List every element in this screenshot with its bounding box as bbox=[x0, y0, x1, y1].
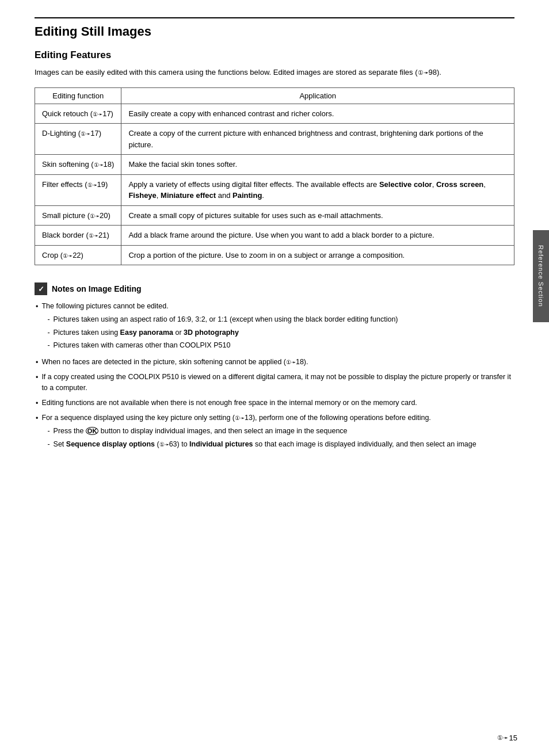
editing-table: Editing function Application Quick retou… bbox=[35, 87, 514, 266]
sub-item-text: Pictures taken with cameras other than C… bbox=[54, 340, 231, 351]
notes-title: Notes on Image Editing bbox=[52, 284, 142, 293]
notes-icon: ✓ bbox=[35, 282, 47, 295]
bullet: • bbox=[36, 357, 38, 368]
application-cell: Crop a portion of the picture. Use to zo… bbox=[121, 245, 514, 265]
list-item: • If a copy created using the COOLPIX P5… bbox=[35, 372, 514, 394]
sub-item-text: Press the OK button to display individua… bbox=[54, 426, 348, 437]
list-item: - Pictures taken with cameras other than… bbox=[47, 340, 398, 351]
note-content: For a sequence displayed using the key p… bbox=[41, 413, 476, 452]
list-item: - Pictures taken using an aspect ratio o… bbox=[47, 314, 398, 325]
application-cell: Create a small copy of pictures suitable… bbox=[121, 205, 514, 226]
bullet: • bbox=[36, 301, 38, 353]
function-cell: Skin softening (①➛18) bbox=[35, 155, 121, 175]
intro-ref: ①➛ bbox=[418, 69, 429, 76]
page-number: ①➛15 bbox=[497, 734, 517, 742]
notes-section: ✓ Notes on Image Editing • The following… bbox=[35, 282, 514, 452]
table-row: Skin softening (①➛18) Make the facial sk… bbox=[35, 155, 514, 175]
application-cell: Apply a variety of effects using digital… bbox=[121, 174, 514, 205]
list-item: • When no faces are detected in the pict… bbox=[35, 357, 514, 368]
sub-list: - Pictures taken using an aspect ratio o… bbox=[47, 314, 398, 351]
list-item: - Press the OK button to display individ… bbox=[47, 426, 476, 437]
function-cell: Quick retouch (①➛17) bbox=[35, 104, 121, 124]
application-cell: Create a copy of the current picture wit… bbox=[121, 124, 514, 155]
application-cell: Add a black frame around the picture. Us… bbox=[121, 226, 514, 246]
function-cell: Black border (①➛21) bbox=[35, 226, 121, 246]
bullet: • bbox=[36, 413, 38, 452]
function-cell: Crop (①➛22) bbox=[35, 245, 121, 265]
table-row: Crop (①➛22) Crop a portion of the pictur… bbox=[35, 245, 514, 265]
function-cell: Filter effects (①➛19) bbox=[35, 174, 121, 205]
sub-item-text: Pictures taken using Easy panorama or 3D… bbox=[54, 327, 239, 338]
function-cell: Small picture (①➛20) bbox=[35, 205, 121, 226]
main-title: Editing Still Images bbox=[35, 17, 514, 39]
table-row: Small picture (①➛20) Create a small copy… bbox=[35, 205, 514, 226]
note-text: Editing functions are not available when… bbox=[41, 398, 417, 409]
dash: - bbox=[47, 439, 49, 450]
dash: - bbox=[47, 327, 49, 338]
table-row: Quick retouch (①➛17) Easily create a cop… bbox=[35, 104, 514, 124]
list-item: • Editing functions are not available wh… bbox=[35, 398, 514, 409]
application-cell: Make the facial skin tones softer. bbox=[121, 155, 514, 175]
sub-list: - Press the OK button to display individ… bbox=[47, 426, 476, 450]
bullet: • bbox=[36, 372, 38, 394]
dash: - bbox=[47, 426, 49, 437]
page-content: Editing Still Images Editing Features Im… bbox=[0, 0, 549, 478]
note-text: The following pictures cannot be edited. bbox=[41, 302, 168, 310]
list-item: • For a sequence displayed using the key… bbox=[35, 413, 514, 452]
intro-paragraph: Images can be easily edited with this ca… bbox=[35, 67, 514, 78]
notes-list: • The following pictures cannot be edite… bbox=[35, 301, 514, 452]
page-num-text: 15 bbox=[509, 734, 517, 742]
table-row: D-Lighting (①➛17) Create a copy of the c… bbox=[35, 124, 514, 155]
list-item: - Pictures taken using Easy panorama or … bbox=[47, 327, 398, 338]
note-text: When no faces are detected in the pictur… bbox=[41, 357, 308, 368]
reference-section-tab: Reference Section bbox=[533, 230, 549, 322]
sub-item-text: Pictures taken using an aspect ratio of … bbox=[54, 314, 398, 325]
intro-ref-num: 98). bbox=[429, 68, 441, 77]
note-content: The following pictures cannot be edited.… bbox=[41, 301, 398, 353]
function-cell: D-Lighting (①➛17) bbox=[35, 124, 121, 155]
list-item: • The following pictures cannot be edite… bbox=[35, 301, 514, 353]
dash: - bbox=[47, 340, 49, 351]
col-function-header: Editing function bbox=[35, 87, 121, 104]
sub-item-text: Set Sequence display options (①➛63) to I… bbox=[54, 439, 476, 450]
table-row: Black border (①➛21) Add a black frame ar… bbox=[35, 226, 514, 246]
bullet: • bbox=[36, 398, 38, 409]
note-text: For a sequence displayed using the key p… bbox=[41, 414, 430, 422]
list-item: - Set Sequence display options (①➛63) to… bbox=[47, 439, 476, 450]
table-row: Filter effects (①➛19) Apply a variety of… bbox=[35, 174, 514, 205]
note-text: If a copy created using the COOLPIX P510… bbox=[41, 372, 514, 394]
col-application-header: Application bbox=[121, 87, 514, 104]
dash: - bbox=[47, 314, 49, 325]
page-icon: ①➛ bbox=[497, 734, 508, 742]
application-cell: Easily create a copy with enhanced contr… bbox=[121, 104, 514, 124]
section-title: Editing Features bbox=[35, 49, 514, 61]
notes-header: ✓ Notes on Image Editing bbox=[35, 282, 514, 295]
intro-text: Images can be easily edited with this ca… bbox=[35, 68, 418, 77]
